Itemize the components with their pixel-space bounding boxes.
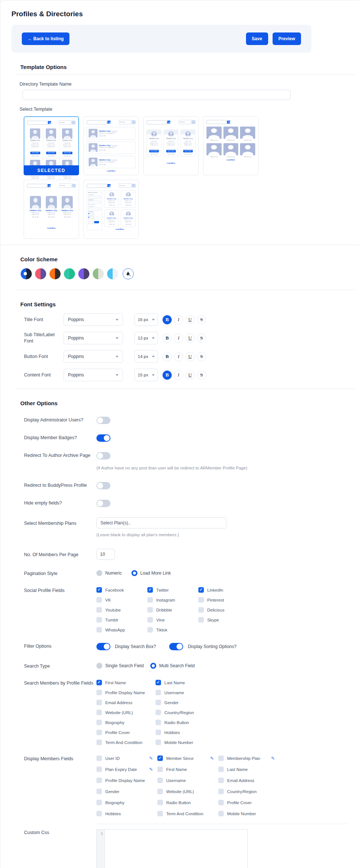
search-field-username[interactable]: Username xyxy=(155,690,194,695)
preview-button[interactable]: Preview xyxy=(273,32,301,45)
bold-button[interactable]: B xyxy=(163,334,172,343)
checkbox-tiktok[interactable]: Tiktok xyxy=(147,627,198,633)
underline-button[interactable]: U xyxy=(185,371,195,380)
edit-icon[interactable]: ✎ xyxy=(271,756,275,761)
back-to-listing-button[interactable]: ← Back to listing xyxy=(22,32,69,45)
checkbox-twitter[interactable]: Twitter xyxy=(147,587,198,593)
color-swatch-orange-dark[interactable] xyxy=(49,268,61,279)
checkbox-tumblr[interactable]: Tumblr xyxy=(96,617,147,623)
template-card-4[interactable]: Hawkins Guy Hawkins Guy Hawkins Guy Hawk… xyxy=(203,116,259,175)
search-field-hobbies[interactable]: Hobbies xyxy=(155,730,194,735)
subtitle-font-size-select[interactable]: 13 px xyxy=(134,332,158,344)
italic-button[interactable]: I xyxy=(174,352,183,361)
strike-button[interactable]: S xyxy=(197,334,206,343)
content-font-select[interactable]: Poppins xyxy=(64,369,123,381)
template-card-2[interactable]: Sort by Hawkins GuyMember since 01/April… xyxy=(83,116,139,175)
template-card-6[interactable]: Sort by Advanced Filter xyxy=(83,180,139,239)
checkbox-vine[interactable]: Vine xyxy=(147,617,198,623)
search-field-radio-button[interactable]: Radio Button xyxy=(155,720,194,725)
underline-button[interactable]: U xyxy=(185,315,195,324)
edit-icon[interactable]: ✎ xyxy=(149,767,153,772)
checkbox-vk[interactable]: VK xyxy=(96,597,147,603)
italic-button[interactable]: I xyxy=(174,334,183,343)
display-field-first-name[interactable]: First Name xyxy=(157,767,187,772)
redirect-buddypress-toggle[interactable] xyxy=(96,482,110,489)
color-swatch-teal[interactable] xyxy=(64,268,75,279)
search-field-last-name[interactable]: Last Name xyxy=(155,680,194,685)
checkbox-pinterest[interactable]: Pinterest xyxy=(198,597,225,603)
members-per-page-input[interactable] xyxy=(96,549,115,560)
strike-button[interactable]: S xyxy=(197,315,206,324)
display-field-email-address[interactable]: Email Address xyxy=(218,778,254,783)
subtitle-font-select[interactable]: Poppins xyxy=(64,332,123,344)
strike-button[interactable]: S xyxy=(197,352,206,361)
pagination-numeric-radio[interactable]: Numeric xyxy=(96,570,122,576)
template-card-1-selected[interactable]: Sort by Hawkins GuyMember since 01/April… xyxy=(24,116,79,175)
search-field-country[interactable]: Country/Region xyxy=(155,710,194,715)
display-field-gender[interactable]: Gender xyxy=(96,789,119,794)
display-field-last-name[interactable]: Last Name xyxy=(218,767,248,772)
search-field-website[interactable]: Website (URL) xyxy=(96,710,155,715)
checkbox-whatsapp[interactable]: WhatsApp xyxy=(96,627,147,633)
display-field-profile-cover[interactable]: Profile Cover xyxy=(218,800,252,805)
italic-button[interactable]: I xyxy=(174,371,183,380)
display-admin-users-toggle[interactable] xyxy=(96,417,110,424)
edit-icon[interactable]: ✎ xyxy=(149,756,153,761)
checkbox-instagram[interactable]: Instagram xyxy=(147,597,198,603)
display-member-badges-toggle[interactable] xyxy=(96,434,110,442)
display-field-hobbies[interactable]: Hobbies xyxy=(96,811,121,816)
custom-css-textarea[interactable] xyxy=(105,830,247,868)
search-field-profile-display-name[interactable]: Profile Display Name xyxy=(96,690,155,695)
display-field-membership-plan[interactable]: Membership Plan xyxy=(218,755,260,761)
membership-plans-input[interactable] xyxy=(96,517,226,528)
display-field-biography[interactable]: Biography xyxy=(96,800,124,805)
search-field-email-address[interactable]: Email Address xyxy=(96,700,155,705)
checkbox-youtube[interactable]: Youtube xyxy=(96,607,147,613)
display-field-mobile-number[interactable]: Mobile Number xyxy=(218,811,256,816)
checkbox-facebook[interactable]: Facebook xyxy=(96,587,147,593)
button-font-select[interactable]: Poppins xyxy=(64,350,123,363)
search-field-first-name[interactable]: First Name xyxy=(96,680,155,685)
display-search-box-toggle[interactable] xyxy=(96,643,110,650)
search-field-profile-cover[interactable]: Profile Cover xyxy=(96,730,155,735)
checkbox-linkedin[interactable]: LinkedIn xyxy=(198,587,225,593)
bold-button[interactable]: B xyxy=(163,315,172,324)
display-field-country[interactable]: Country/Region xyxy=(218,789,257,794)
display-field-member-since[interactable]: Member Since xyxy=(157,755,194,761)
checkbox-delicious[interactable]: Delicious xyxy=(198,607,225,613)
edit-icon[interactable]: ✎ xyxy=(210,756,214,761)
display-field-user-id[interactable]: User ID xyxy=(96,755,120,761)
search-field-biography[interactable]: Biography xyxy=(96,720,155,725)
checkbox-dribbble[interactable]: Dribbble xyxy=(147,607,198,613)
color-swatch-purple[interactable] xyxy=(78,268,89,279)
redirect-author-archive-toggle[interactable] xyxy=(96,452,110,459)
display-field-username[interactable]: Username xyxy=(157,778,186,783)
directory-template-name-input[interactable] xyxy=(23,90,291,100)
display-field-radio-button[interactable]: Radio Button xyxy=(157,800,191,805)
color-swatch-blue[interactable] xyxy=(21,268,32,279)
display-field-plan-expiry-date[interactable]: Plan Expiry Date xyxy=(96,767,137,772)
color-swatch-pink-purple[interactable] xyxy=(35,268,46,279)
custom-color-picker[interactable] xyxy=(123,268,134,279)
title-font-size-select[interactable]: 16 px xyxy=(134,313,158,326)
color-swatch-cyan-light[interactable] xyxy=(107,268,118,279)
display-field-term-and-condition[interactable]: Term And Condition xyxy=(157,811,203,816)
save-button[interactable]: Save xyxy=(246,32,268,45)
single-search-field-radio[interactable]: Single Search Field xyxy=(96,663,144,669)
checkbox-skype[interactable]: Skype xyxy=(198,617,225,623)
search-field-term-and-condition[interactable]: Term And Condition xyxy=(96,740,155,745)
bold-button[interactable]: B xyxy=(163,352,172,361)
search-field-gender[interactable]: Gender xyxy=(155,700,194,705)
display-field-profile-display-name[interactable]: Profile Display Name xyxy=(96,778,145,783)
multi-search-field-radio[interactable]: Multi Search Field xyxy=(150,663,195,669)
content-font-size-select[interactable]: 15 px xyxy=(134,369,158,381)
display-sorting-options-toggle[interactable] xyxy=(169,643,183,650)
template-card-5[interactable]: Sort by Hawkins GuyMember since 01/April… xyxy=(24,180,79,239)
strike-button[interactable]: S xyxy=(197,371,206,380)
display-field-website[interactable]: Website (URL) xyxy=(157,789,194,794)
title-font-select[interactable]: Poppins xyxy=(64,313,123,326)
underline-button[interactable]: U xyxy=(185,352,195,361)
underline-button[interactable]: U xyxy=(185,334,195,343)
color-swatch-green-gray[interactable] xyxy=(93,268,104,279)
italic-button[interactable]: I xyxy=(174,315,183,324)
